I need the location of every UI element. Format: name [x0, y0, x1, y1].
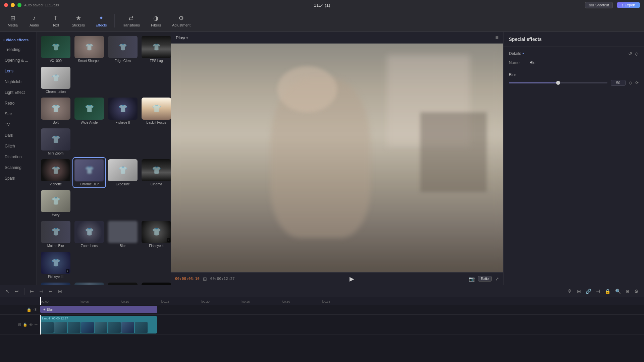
category-retro[interactable]: Retro	[1, 98, 35, 108]
cursor-tool[interactable]: ↖	[4, 287, 11, 295]
category-glitch[interactable]: Glitch	[1, 141, 35, 151]
effect-mirror[interactable]: 👕 ↓ Mirror	[73, 281, 105, 285]
download-badge-3: ↓	[66, 269, 70, 273]
tool-audio[interactable]: ♪ Audio	[24, 13, 44, 29]
effect-blur[interactable]: Blur	[107, 220, 139, 249]
track-lock-icon[interactable]: 🔒	[603, 287, 612, 295]
video-thumb-3	[68, 322, 80, 333]
category-tv[interactable]: TV	[1, 120, 35, 130]
effect-zoom-lens[interactable]: 👕 Zoom Lens	[73, 220, 105, 249]
category-spark[interactable]: Spark	[1, 173, 35, 183]
category-nightclub[interactable]: Nightclub	[1, 77, 35, 87]
tool-effects[interactable]: ✦ Effects	[91, 12, 111, 29]
effect-name-chrom: Chrom...ation	[46, 90, 66, 94]
fullscreen-button[interactable]	[17, 3, 21, 7]
delete-tool[interactable]: ⊟	[57, 287, 63, 295]
close-button[interactable]	[4, 3, 8, 7]
video-eye-icon[interactable]: 👁	[29, 323, 33, 327]
category-lens[interactable]: Lens	[1, 66, 35, 76]
effect-mini-zoom[interactable]: 👕 Mini Zoom	[40, 127, 72, 157]
effect-soft[interactable]: 👕 Soft	[40, 96, 72, 126]
zoom-out-icon[interactable]: 🔍	[614, 287, 622, 295]
mic-icon[interactable]: 🎙	[566, 287, 574, 295]
effect-wide-angle[interactable]: 👕 Wide Angle	[73, 96, 105, 126]
effect-fisheye[interactable]: 👕 Fisheye	[40, 281, 72, 285]
effect-vx1000[interactable]: 👕 VX1000	[40, 35, 72, 64]
effect-fisheye2[interactable]: 👕 Fisheye II	[107, 96, 139, 126]
diamond-icon[interactable]: ◇	[635, 51, 639, 56]
effect-name-blur: Blur	[120, 244, 126, 248]
tool-stickers[interactable]: ★ Stickers	[67, 12, 90, 29]
tool-filters[interactable]: ◑ Filters	[146, 12, 166, 29]
split-tool[interactable]: ⊢	[29, 287, 35, 295]
minimize-button[interactable]	[11, 3, 15, 7]
category-scanning[interactable]: Scanning	[1, 163, 35, 173]
settings-icon[interactable]: ⚙	[633, 287, 640, 295]
effect-name-motion: Motion Blur	[47, 244, 64, 248]
shortcut-button[interactable]: ⌨ Shortcut	[585, 2, 613, 8]
tool-transitions[interactable]: ⇄ Transitions	[117, 12, 145, 29]
snapshot-button[interactable]: 📷	[469, 276, 475, 282]
trim-end-tool[interactable]: ⊢	[47, 287, 54, 295]
effect-thumb-hazy: 👕	[41, 190, 70, 212]
export-button[interactable]: ↑ Export	[617, 2, 640, 8]
player-menu-button[interactable]: ≡	[495, 35, 498, 41]
category-trending[interactable]: Trending	[1, 45, 35, 55]
video-mute-icon[interactable]: ⊟	[18, 322, 21, 327]
effect-eye-icon[interactable]: 👁	[34, 307, 38, 312]
undo-icon[interactable]: ↺	[628, 51, 632, 56]
grid-layout-button[interactable]: ⊞	[203, 276, 207, 282]
effect-motion-blur[interactable]: 👕 Motion Blur	[40, 220, 72, 249]
effect-clip[interactable]: ✦ Blur	[40, 306, 157, 313]
effect-thumb-soft: 👕	[41, 98, 70, 120]
effect-chromation[interactable]: 👕 Chrom...ation	[40, 65, 72, 95]
ruler-30: |00:30	[282, 300, 322, 304]
effect-blink[interactable]: ↓ Blink	[107, 281, 139, 285]
category-distortion[interactable]: Distortion	[1, 152, 35, 162]
toolbar-sep-1	[24, 288, 24, 295]
effect-lock-icon[interactable]: 🔒	[26, 307, 32, 312]
video-lock-icon[interactable]: 🔒	[23, 322, 28, 327]
video-edit-icon[interactable]: ✏	[35, 322, 38, 327]
tool-media[interactable]: ⊞ Media	[3, 12, 23, 29]
blur-value-input[interactable]: 50	[611, 80, 626, 86]
effects-icon: ✦	[99, 14, 104, 22]
autosave-label: Auto saved: 11:17:39	[24, 3, 59, 7]
effect-name-fisheye3: Fisheye III	[48, 275, 63, 279]
video-clip[interactable]: 1.mp4 00:00:12:27	[40, 316, 157, 334]
blur-slider-thumb[interactable]	[556, 81, 560, 85]
effect-chrome-blur[interactable]: 👕 Chrome Blur	[73, 158, 105, 187]
category-lighteffect[interactable]: Light Effect	[1, 87, 35, 98]
blur-slider[interactable]	[509, 82, 607, 83]
ratio-button[interactable]: Ratio	[478, 276, 492, 282]
category-star[interactable]: Star	[1, 109, 35, 119]
track-add-icon[interactable]: ⊞	[576, 287, 582, 295]
effect-backlit[interactable]: 👕 Backlit Focus	[140, 96, 171, 126]
trim-start-tool[interactable]: ⊣	[38, 287, 45, 295]
details-indicator: •	[523, 51, 524, 56]
playhead-line	[40, 297, 41, 305]
effect-vignette[interactable]: 👕 Vignette	[40, 158, 72, 187]
track-split-icon[interactable]: ⊣	[595, 287, 601, 295]
tool-adjustment[interactable]: ⚙ Adjustment	[167, 12, 195, 29]
blur-keyframe-icon[interactable]: ⟳	[635, 80, 639, 85]
track-link-icon[interactable]: 🔗	[584, 287, 593, 295]
blur-reset-icon[interactable]: ◇	[629, 80, 632, 85]
zoom-more-icon[interactable]: ⊕	[624, 287, 631, 295]
effect-binoculars[interactable]: ↓ Binoculars	[140, 281, 171, 285]
effect-fps-lag[interactable]: 👕 FPS Lag	[140, 35, 171, 64]
effect-fisheye3[interactable]: 👕 ↓ Fisheye III	[40, 250, 72, 280]
undo-tool[interactable]: ↩	[13, 287, 20, 295]
effect-exposure[interactable]: 👕 Exposure	[107, 158, 139, 187]
category-dark[interactable]: Dark	[1, 130, 35, 140]
effect-smart-sharpen[interactable]: 👕 Smart Sharpen	[73, 35, 105, 64]
tool-text[interactable]: T Text	[46, 13, 66, 29]
effect-cinema[interactable]: 👕 Cinema	[140, 158, 171, 187]
effect-hazy[interactable]: 👕 Hazy	[40, 189, 72, 218]
expand-button[interactable]: ⤢	[495, 276, 499, 282]
effect-fisheye4[interactable]: 👕 ↓ Fisheye 4	[140, 220, 171, 249]
effect-edge-glow[interactable]: 👕 Edge Glow	[107, 35, 139, 64]
category-opening[interactable]: Opening & ...	[1, 55, 35, 65]
timeline-ruler: |00:00 |00:05 |00:10 |00:15 |00:20 |00:2…	[0, 297, 644, 305]
play-button[interactable]: ▶	[350, 275, 354, 283]
